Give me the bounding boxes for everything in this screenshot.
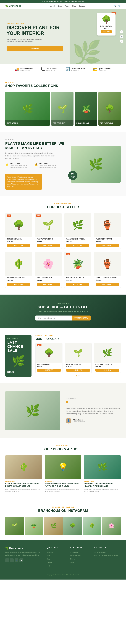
product-4-name: RUSTIC DECORATIVE [96,238,119,240]
instagram-label: @BRANCHOUS SOLUTIONS [5,506,121,508]
footer-instagram-icon[interactable]: 📷 [15,558,18,562]
insta-item-1[interactable]: 🌱 [5,517,24,535]
footer-copyright: Copyright © 2024 Branchous. All Rights R… [47,574,79,576]
product-8-img: 🏺 [94,252,121,276]
nav-blog[interactable]: Blog [72,5,76,7]
nav-shop[interactable]: Shop [58,5,62,7]
hero-section: DISCOVER OUR ITEM DISCOVER PLANT FOR YOU… [0,9,126,64]
product-3: 🌿 CALATHEA LANCIFOLIA $65.00 ADD TO CART [64,213,91,249]
product-1-add-button[interactable]: ADD TO CART [7,244,30,247]
blog-post-3[interactable]: 🌿 INDOOR PLANT INDOOR PLANT LIGHTING 101… [84,455,121,494]
dot-1[interactable] [76,376,77,376]
most-popular-section: DISCOVER OUR ITEM MOST POPULAR 🌳 NEW FIC… [32,335,121,376]
products-grid-row1: 🌳 NEW FICUS BENJAMINA $34.50 ADD TO CART… [5,213,121,249]
product-2-add-button[interactable]: ADD TO CART [37,244,60,247]
collections-title: SHOP FAVORITE COLLECTIONS [5,84,121,88]
footer-link-terms[interactable]: Terms of Service [70,555,81,556]
insta-item-2[interactable]: 🪴 [25,517,43,535]
about-left: ABOUT US PLANTS MAKE LIFE BETTER. WE MAK… [5,139,66,190]
blog-post-2-excerpt: Lorem ipsum dolor sit amet consectetur a… [45,488,81,493]
footer-link-shop[interactable]: Shop [47,555,50,556]
footer-top: 🌿 Branchous Lorem ipsum dolor sit amet c… [5,547,121,568]
popular-3-button[interactable]: SHOP NOW [95,368,119,372]
product-1-badge: NEW [7,214,11,216]
product-3-add-button[interactable]: ADD TO CART [66,244,89,247]
product-5-price: $45.00 [7,279,30,281]
instagram-icon[interactable]: 📷 [120,35,123,38]
about-label: ABOUT US [5,139,66,140]
product-4-add-button[interactable]: ADD TO CART [96,244,119,247]
footer-contact-address: Office 120, Park City, Wilmette, 60091 [94,554,121,556]
most-popular-title: MOST POPULAR [35,337,121,341]
about-testimonial-text: "Lorem ipsum dolor sit amet, consectetur… [7,176,38,187]
product-6-name: PINK CERAMIC POT [37,277,60,279]
product-6-add-button[interactable]: ADD TO CART [37,283,60,286]
subscribe-email-input[interactable] [35,316,72,320]
best-seller-label: DISCOVER OUR ITEM [5,203,121,204]
footer-twitter-icon[interactable]: t [10,558,14,562]
feature-payment: 💳 QUICK PAYMENT 100% Secure [92,67,111,72]
footer-facebook-icon[interactable]: f [5,558,9,562]
collection-air-purifying[interactable]: 🌳 AIR PURIFYING [98,92,121,126]
cart-icon[interactable]: 🛒 [118,5,121,7]
last-chance-price: $40.00 [7,371,29,374]
about-description: Lorem ipsum dolor sit amet, consectetur … [5,152,55,160]
popular-2-button[interactable]: SHOP NOW [66,368,90,372]
product-8-add-button[interactable]: ADD TO CART [96,283,119,286]
popular-1-button[interactable]: SHOP NOW [37,368,61,372]
last-chance-card: LAST CHANCE LAST CHANCE SALE 🌿 $40.00 [5,335,32,376]
feature-payment-title: QUICK PAYMENT [98,68,111,70]
insta-item-5[interactable]: 🌵 [83,517,101,535]
footer-link-privacy[interactable]: Privacy Policy [70,551,79,553]
about-testimonial: "Lorem ipsum dolor sit amet, consectetur… [5,174,42,190]
collection-gift-green[interactable]: 🌿 GIFT GREEN [5,92,50,126]
search-icon[interactable]: 🔍 [114,5,116,7]
collection-house-plant[interactable]: 🪴 HOUSE PLANT [75,92,97,126]
nav-icons: 🔍 🛒 [114,5,121,7]
footer-link-careers[interactable]: Careers [70,562,75,563]
footer-social-links: f t 📷 ▶ [5,558,42,562]
twitter-icon[interactable]: t [120,40,123,43]
collection-air-purifying-label: AIR PURIFYING [100,122,113,124]
year-badge-number: 20 [71,172,74,176]
product-7-badge: NEW [66,253,70,255]
subscribe-button[interactable]: SUBSCRIBE NOW [72,316,91,320]
dot-3[interactable] [79,376,80,376]
footer: 🌿 Branchous Lorem ipsum dolor sit amet c… [0,540,126,580]
footer-link-contact[interactable]: Contact [47,562,52,563]
footer-link-about[interactable]: About Us [47,551,53,553]
nav-logo[interactable]: 🌿 Branchous [5,4,21,7]
footer-other-pages: Other Pages Privacy Policy Terms of Serv… [70,547,88,568]
blog-post-1[interactable]: 🌵 CACTUS CARE CACTUS CARE 101: HOW TO GI… [5,455,42,494]
dot-2[interactable] [78,376,79,376]
about-feat-price-title: BEST PRICE [39,162,60,164]
product-5-add-button[interactable]: ADD TO CART [7,283,30,286]
blog-post-2[interactable]: 💡 GROW LIGHTS HOW GROW LIGHTS TAKE YOUR … [45,455,81,494]
nav-about[interactable]: About [50,5,55,7]
nav-contact[interactable]: Contact [79,5,84,7]
insta-item-3[interactable]: 🌿 [44,517,63,535]
feature-return-title: 14 DAYS RETURN [71,68,85,70]
hero-shop-button[interactable]: SHOP NOW [7,46,63,51]
hero-card-button[interactable]: SHOP NOW [101,30,112,34]
footer-link-sitemap[interactable]: Sitemap [70,558,75,560]
year-badge-label: YEARSEXP [71,176,75,178]
about-features: ⭐ BEST QUALITY Lorem ipsum dolor sit ame… [5,162,66,171]
blog-post-3-excerpt: Lorem ipsum dolor sit amet consectetur a… [84,488,121,493]
facebook-icon[interactable]: f [120,30,123,34]
product-1-img: 🌳 NEW [5,213,32,237]
collection-pet-friendly[interactable]: 🌱 PET FRIENDLY [51,92,73,126]
insta-item-4[interactable]: 🌳 [63,517,82,535]
hero-title: DISCOVER PLANT FOR YOUR INTERIOR [7,25,63,36]
instagram-grid: 🌱 🪴 🌿 🌳 🌵 🌸 [5,517,121,535]
footer-logo: 🌿 Branchous [5,547,42,550]
footer-link-blog[interactable]: Blog [47,558,50,560]
hero-right: 🌿 NEW 🌳 FICUS BENJAMINA $34.00 SHOP NOW … [70,9,126,64]
insta-item-6[interactable]: 🌸 [102,517,121,535]
footer-youtube-icon[interactable]: ▶ [20,558,23,562]
blog-post-1-img: 🌵 [5,455,42,479]
nav-pages[interactable]: Pages [65,5,69,7]
feature-return: 🔄 14 DAYS RETURN Free Returns [65,67,85,72]
footer-link-faq[interactable]: FAQ [47,565,50,566]
product-7-add-button[interactable]: ADD TO CART [66,283,89,286]
